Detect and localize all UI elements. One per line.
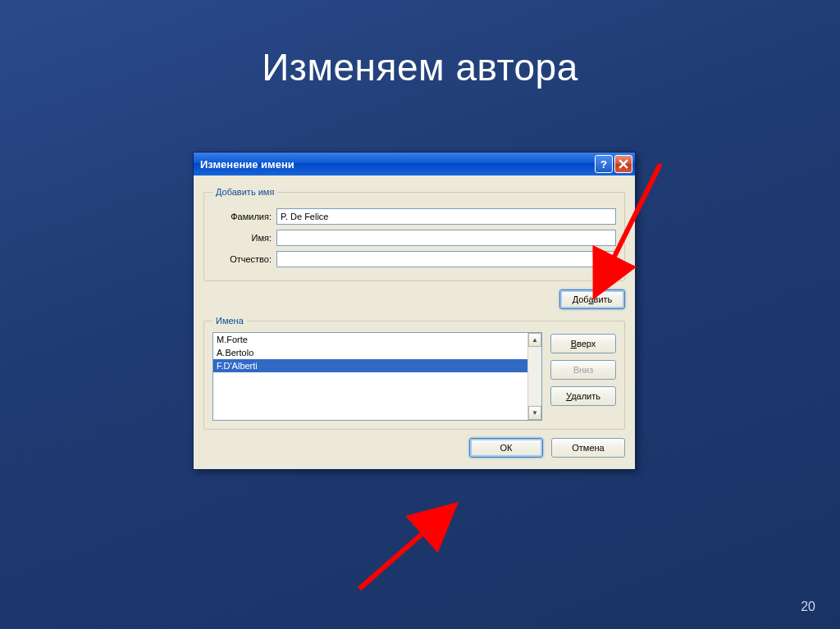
- ok-button[interactable]: ОК: [469, 438, 543, 458]
- chevron-down-icon: ▼: [532, 409, 538, 417]
- name-label: Имя:: [212, 233, 276, 243]
- slide-number: 20: [801, 599, 815, 614]
- slide-title: Изменяем автора: [0, 0, 840, 89]
- help-icon: ?: [600, 158, 607, 171]
- dialog-titlebar[interactable]: Изменение имени ?: [194, 153, 635, 175]
- names-group: Имена M.ForteA.BertoloF.D'Alberti ▲ ▼: [203, 316, 625, 430]
- names-legend: Имена: [212, 316, 247, 326]
- chevron-up-icon: ▲: [532, 336, 538, 344]
- list-item[interactable]: M.Forte: [213, 333, 527, 346]
- dialog-title: Изменение имени: [200, 158, 294, 171]
- surname-label: Фамилия:: [212, 212, 276, 221]
- up-button[interactable]: Вверх: [550, 334, 616, 353]
- patronymic-label: Отчество:: [212, 254, 276, 264]
- cancel-button[interactable]: Отмена: [551, 438, 625, 458]
- edit-name-dialog: Изменение имени ? Добавить имя Фамилия: …: [193, 152, 636, 470]
- close-icon: [619, 159, 628, 169]
- scroll-down-button[interactable]: ▼: [528, 406, 541, 420]
- add-name-legend: Добавить имя: [212, 187, 277, 197]
- patronymic-input[interactable]: [276, 251, 616, 267]
- name-input[interactable]: [276, 230, 616, 246]
- list-item[interactable]: F.D'Alberti: [213, 359, 527, 372]
- list-item[interactable]: A.Bertolo: [213, 346, 527, 359]
- add-button[interactable]: Добавить: [559, 289, 625, 309]
- delete-button[interactable]: Удалить: [550, 386, 616, 406]
- scroll-up-button[interactable]: ▲: [528, 333, 541, 347]
- add-name-group: Добавить имя Фамилия: Имя: Отчество:: [203, 187, 625, 281]
- arrow-to-ok-icon: [353, 499, 484, 597]
- names-listbox[interactable]: M.ForteA.BertoloF.D'Alberti ▲ ▼: [212, 332, 542, 421]
- help-button[interactable]: ?: [595, 155, 613, 173]
- listbox-scrollbar[interactable]: ▲ ▼: [527, 333, 541, 420]
- down-button[interactable]: Вниз: [550, 360, 616, 380]
- svg-line-1: [359, 508, 451, 589]
- surname-input[interactable]: [276, 208, 616, 225]
- close-button[interactable]: [614, 155, 632, 173]
